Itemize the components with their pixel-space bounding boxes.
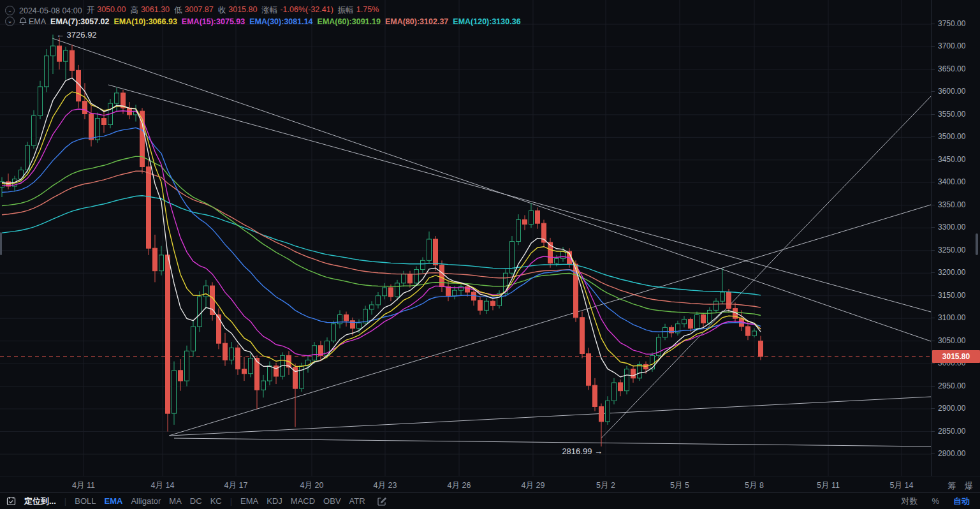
close-label: 收 — [218, 5, 226, 16]
price-tick-label: 2950.00 — [938, 381, 965, 390]
overlay-button-DC[interactable]: DC — [190, 496, 202, 506]
price-tick-label: 3450.00 — [938, 155, 965, 164]
price-tick-label: 2900.00 — [938, 404, 965, 413]
ema-60-curve — [2, 156, 761, 315]
scale-button-%[interactable]: % — [932, 496, 939, 506]
axis-button-筹[interactable]: 筹 — [947, 480, 956, 492]
price-axis[interactable]: 3750.003700.003650.003600.003550.003500.… — [931, 0, 980, 476]
change-value: -1.06%(-32.41) — [280, 5, 333, 16]
ema-30-curve — [2, 128, 761, 332]
ema7-value: EMA(7):3057.02 — [50, 17, 109, 26]
price-tick-label: 3650.00 — [938, 64, 965, 73]
ema-7-curve — [2, 78, 761, 377]
date-tick-label: 4月 20 — [300, 480, 324, 491]
price-tick-label: 3750.00 — [938, 19, 965, 28]
grid-lines — [0, 0, 931, 476]
amplitude-label: 振幅 — [338, 5, 354, 16]
trading-chart-window: ← 3726.922816.99 → ⌄ 2024-05-08 04:00 开3… — [0, 0, 980, 509]
last-price-tag: 3015.80 — [932, 350, 980, 363]
edit-indicator-icon[interactable] — [377, 497, 386, 506]
price-tick-label: 3550.00 — [938, 110, 965, 119]
date-tick-label: 5月 2 — [596, 480, 615, 491]
scale-button-自动[interactable]: 自动 — [953, 496, 970, 507]
indicator-toolbar: 定位到... | BOLLEMAAlligatorMADCKC | EMAKDJ… — [0, 492, 980, 509]
price-tick-label: 3200.00 — [938, 268, 965, 277]
price-tick-label: 3150.00 — [938, 291, 965, 300]
indicator-button-KDJ[interactable]: KDJ — [267, 496, 282, 506]
change-label: 涨幅 — [261, 5, 277, 16]
amplitude-value: 1.75% — [356, 5, 379, 16]
low-label: 低 — [174, 5, 182, 16]
indicator-button-ATR[interactable]: ATR — [349, 496, 365, 506]
ema-15-curve — [2, 109, 761, 356]
toolbar-divider: | — [64, 496, 66, 506]
price-annotation: 2816.99 → — [562, 446, 603, 456]
price-annotation: ← 3726.92 — [56, 30, 97, 40]
collapse-toggle-icon[interactable]: ⌄ — [5, 6, 15, 15]
pane-resize-handle-right[interactable] — [976, 233, 978, 255]
high-value: 3061.30 — [141, 5, 170, 16]
high-label: 高 — [130, 5, 138, 16]
overlay-button-BOLL[interactable]: BOLL — [75, 496, 96, 506]
ema60-value: EMA(60):3091.19 — [318, 17, 381, 26]
indicator-button-EMA[interactable]: EMA — [240, 496, 258, 506]
ema-legend-bar: ⌄ EMA EMA(7):3057.02 EMA(10):3066.93 EMA… — [5, 17, 521, 26]
overlay-button-Alligator[interactable]: Alligator — [131, 496, 161, 506]
ohlc-legend-bar: ⌄ 2024-05-08 04:00 开3050.00 高3061.30 低30… — [5, 5, 379, 16]
date-tick-label: 5月 8 — [745, 480, 764, 491]
price-tick-label: 3350.00 — [938, 200, 965, 209]
price-tick-label: 3050.00 — [938, 336, 965, 345]
scale-button-对数[interactable]: 对数 — [901, 496, 918, 507]
open-value: 3050.00 — [97, 5, 126, 16]
price-tick-label: 3400.00 — [938, 177, 965, 186]
price-tick-label: 3250.00 — [938, 246, 965, 255]
ema-10-curve — [2, 92, 761, 367]
locate-button[interactable]: 定位到... — [24, 496, 56, 507]
candles — [0, 34, 763, 446]
bar-datetime: 2024-05-08 04:00 — [19, 6, 82, 15]
date-tick-label: 5月 5 — [670, 480, 689, 491]
indicator-button-MACD[interactable]: MACD — [291, 496, 315, 506]
ema30-value: EMA(30):3081.14 — [249, 17, 312, 26]
overlay-button-MA[interactable]: MA — [169, 496, 182, 506]
date-tick-label: 4月 14 — [151, 480, 175, 491]
candlestick-chart[interactable]: ← 3726.922816.99 → — [0, 0, 931, 476]
date-tick-label: 4月 11 — [72, 480, 95, 491]
ema10-value: EMA(10):3066.93 — [114, 17, 177, 26]
price-tick-label: 3300.00 — [938, 223, 965, 232]
ema120-value: EMA(120):3130.36 — [453, 17, 520, 26]
date-tick-label: 4月 29 — [522, 480, 545, 491]
price-tick-label: 3100.00 — [938, 313, 965, 322]
date-tick-label: 4月 17 — [224, 480, 248, 491]
bell-icon[interactable] — [19, 17, 27, 26]
toolbar-divider: | — [230, 496, 232, 506]
price-tick-label: 2800.00 — [938, 449, 965, 458]
ema15-value: EMA(15):3075.93 — [182, 17, 245, 26]
price-tick-label: 3500.00 — [938, 132, 965, 141]
pane-resize-handle-left[interactable] — [0, 232, 2, 255]
ema-curves — [2, 78, 761, 377]
ema-120-curve — [2, 196, 761, 295]
ema-80-curve — [2, 171, 761, 307]
price-tick-label: 3600.00 — [938, 87, 965, 96]
trendline-drawings[interactable] — [52, 38, 931, 446]
time-axis[interactable]: 4月 114月 144月 174月 204月 234月 264月 295月 25… — [0, 476, 980, 492]
date-tick-label: 4月 26 — [448, 480, 471, 491]
low-value: 3007.87 — [185, 5, 214, 16]
date-tick-label: 4月 23 — [374, 480, 397, 491]
ema-indicator-name: EMA — [29, 17, 46, 26]
overlay-button-EMA[interactable]: EMA — [104, 496, 122, 506]
axis-button-爆[interactable]: 爆 — [965, 480, 973, 492]
close-value: 3015.80 — [228, 5, 257, 16]
price-tick-label: 3700.00 — [938, 41, 965, 50]
date-tick-label: 5月 11 — [817, 480, 840, 491]
price-tick-label: 2850.00 — [938, 427, 965, 436]
collapse-toggle-icon[interactable]: ⌄ — [5, 17, 15, 26]
overlay-button-KC[interactable]: KC — [210, 496, 222, 506]
open-label: 开 — [87, 5, 95, 16]
ema80-value: EMA(80):3102.37 — [385, 17, 448, 26]
locate-calendar-icon[interactable] — [6, 496, 16, 506]
date-tick-label: 5月 14 — [890, 480, 914, 491]
indicator-button-OBV[interactable]: OBV — [323, 496, 340, 506]
